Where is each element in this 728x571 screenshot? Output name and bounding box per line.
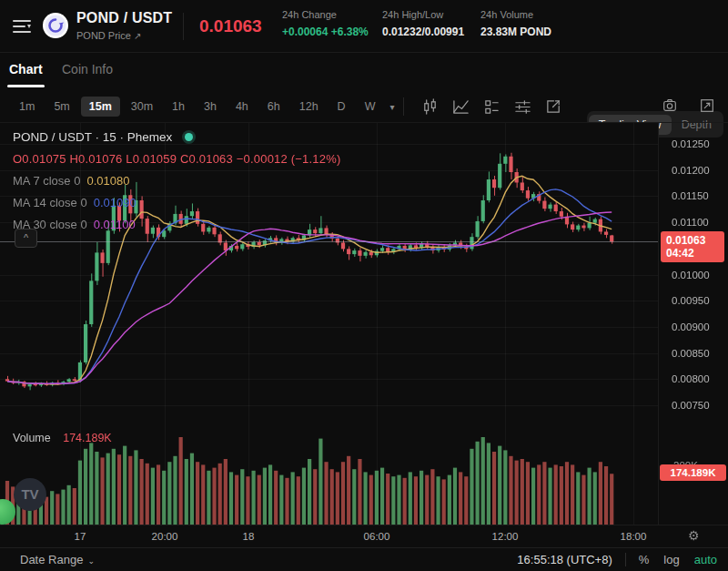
- bottom-bar-divider: [625, 553, 626, 566]
- price-axis-label: 0.01250: [672, 138, 710, 149]
- legend-collapse-button[interactable]: ^: [15, 229, 37, 248]
- active-tab-underline: [7, 85, 45, 87]
- timeframe-15m[interactable]: 15m: [81, 97, 120, 117]
- external-link-icon[interactable]: ↗: [134, 31, 141, 41]
- timeframe-D[interactable]: D: [329, 97, 354, 117]
- price-axis-label: 0.01200: [672, 165, 710, 176]
- timeframe-6h[interactable]: 6h: [259, 97, 288, 117]
- ma-value: 0.01090: [94, 196, 136, 209]
- ma-legend: MA 7 close 00.01080MA 14 close 00.01090M…: [13, 174, 340, 231]
- header-stat: 24h Change+0.00064 +6.38%: [282, 9, 369, 38]
- ma-value: 0.01100: [94, 218, 136, 231]
- badge-countdown: 04:42: [666, 247, 719, 260]
- tradingview-watermark: TV: [14, 478, 46, 511]
- clock: 16:55:18 (UTC+8): [517, 553, 612, 566]
- tab-coin-info[interactable]: Coin Info: [62, 62, 113, 76]
- timeframe-list: 1m5m15m30m1h3h4h6h12hDW: [11, 97, 386, 117]
- price-axis-label: 0.00850: [672, 348, 710, 359]
- time-axis-label: 06:00: [364, 531, 390, 542]
- timeframe-12h[interactable]: 12h: [291, 97, 327, 117]
- ma-value: 0.01080: [86, 174, 129, 188]
- fullscreen-icon[interactable]: [699, 97, 715, 117]
- ma-label: MA 14 close 0: [13, 196, 87, 209]
- volume-label: Volume: [13, 432, 51, 444]
- last-price: 0.01063: [199, 16, 262, 36]
- current-volume-badge: 174.189K: [660, 464, 726, 481]
- symbol-subtitle: POND Price↗: [76, 30, 172, 41]
- header-stat: 24h High/Low0.01232/0.00991: [382, 9, 464, 38]
- toolbar-icons: [408, 98, 562, 116]
- stat-label: 24h High/Low: [382, 9, 464, 20]
- tab-chart[interactable]: Chart: [9, 62, 43, 76]
- volume-legend: Volume 174.189K: [13, 432, 112, 444]
- timeframe-30m[interactable]: 30m: [123, 97, 161, 117]
- price-axis-label: 0.01100: [672, 217, 709, 228]
- date-range-button[interactable]: Date Range⌄: [20, 553, 95, 566]
- time-axis-label: 12:00: [492, 531, 519, 542]
- price-axis-label: 0.00900: [672, 321, 710, 332]
- toolbar-divider: [403, 97, 404, 116]
- layout-icon[interactable]: [483, 98, 500, 116]
- time-axis-label: 18: [243, 531, 255, 542]
- price-axis-label: 0.00750: [672, 400, 710, 411]
- stat-label: 24h Volume: [480, 9, 551, 20]
- candles-icon[interactable]: [421, 98, 439, 116]
- hamburger-menu-icon[interactable]: [12, 17, 32, 36]
- timeframe-1h[interactable]: 1h: [164, 97, 193, 117]
- time-axis-label: 20:00: [152, 531, 178, 542]
- chevron-down-icon: ⌄: [87, 556, 95, 566]
- badge-price: 0.01063: [666, 234, 719, 247]
- price-axis-label: 0.00950: [672, 295, 710, 306]
- volume-value: 174.189K: [63, 432, 112, 444]
- chart-legend: POND / USDT · 15 · Phemex O0.01075 H0.01…: [13, 130, 340, 231]
- ma-row: MA 30 close 00.01100: [13, 218, 340, 231]
- ma-label: MA 7 close 0: [13, 174, 80, 188]
- header-stat: 24h Volume23.83M POND: [480, 9, 551, 38]
- header-divider: [183, 13, 184, 40]
- price-axis-label: 0.00800: [672, 373, 710, 384]
- timeframe-5m[interactable]: 5m: [46, 97, 77, 117]
- current-price-badge: 0.01063 04:42: [661, 231, 724, 262]
- stat-value: 0.01232/0.00991: [382, 25, 464, 38]
- app-header: POND / USDT POND Price↗ 0.01063 24h Chan…: [0, 0, 728, 53]
- ohlc-values: O0.01075 H0.01076 L0.01059 C0.01063 −0.0…: [13, 152, 340, 166]
- time-axis[interactable]: 1720:001806:0012:0018:00 ⚙: [0, 525, 728, 547]
- price-axis[interactable]: 0.012500.012000.011500.011000.010000.009…: [658, 123, 728, 525]
- stat-label: 24h Change: [282, 9, 369, 20]
- time-axis-label: 17: [75, 531, 86, 542]
- timeframe-W[interactable]: W: [357, 97, 384, 117]
- legend-title: POND / USDT · 15 · Phemex: [13, 130, 340, 144]
- indicators-icon[interactable]: [452, 98, 470, 116]
- timeframe-dropdown-icon[interactable]: ▾: [389, 102, 394, 112]
- settings-sliders-icon[interactable]: [514, 98, 531, 116]
- stat-value: 23.83M POND: [480, 25, 551, 38]
- stat-value: +0.00064 +6.38%: [282, 25, 369, 38]
- price-axis-label: 0.01000: [672, 270, 710, 280]
- chart-toolbar: 1m5m15m30m1h3h4h6h12hDW ▾: [0, 91, 728, 123]
- camera-icon[interactable]: [662, 97, 678, 117]
- connection-status-dot: [185, 133, 193, 141]
- trading-app: POND / USDT POND Price↗ 0.01063 24h Chan…: [0, 0, 728, 571]
- tabs-row: Chart Coin Info TradingView Depth: [0, 53, 728, 91]
- log-scale-button[interactable]: log: [663, 553, 679, 566]
- export-icon[interactable]: [545, 98, 562, 116]
- timeframe-4h[interactable]: 4h: [228, 97, 257, 117]
- timeframe-1m[interactable]: 1m: [11, 97, 43, 117]
- time-axis-label: 18:00: [621, 531, 647, 542]
- chart-region: POND / USDT · 15 · Phemex O0.01075 H0.01…: [0, 123, 728, 547]
- symbol-title: POND / USDT: [76, 10, 172, 26]
- ma-row: MA 14 close 00.01090: [13, 196, 340, 209]
- auto-scale-button[interactable]: auto: [694, 553, 717, 566]
- percent-scale-button[interactable]: %: [639, 553, 650, 566]
- bottom-bar-right: 16:55:18 (UTC+8) % log auto: [517, 553, 719, 566]
- symbol-selector[interactable]: POND / USDT POND Price↗: [76, 10, 172, 41]
- price-axis-label: 0.01150: [672, 190, 709, 201]
- timeframe-3h[interactable]: 3h: [196, 97, 225, 117]
- gear-icon[interactable]: ⚙: [688, 528, 700, 543]
- coin-logo-icon: [42, 12, 69, 39]
- bottom-bar: Date Range⌄ 16:55:18 (UTC+8) % log auto: [0, 547, 728, 571]
- ma-row: MA 7 close 00.01080: [13, 174, 340, 188]
